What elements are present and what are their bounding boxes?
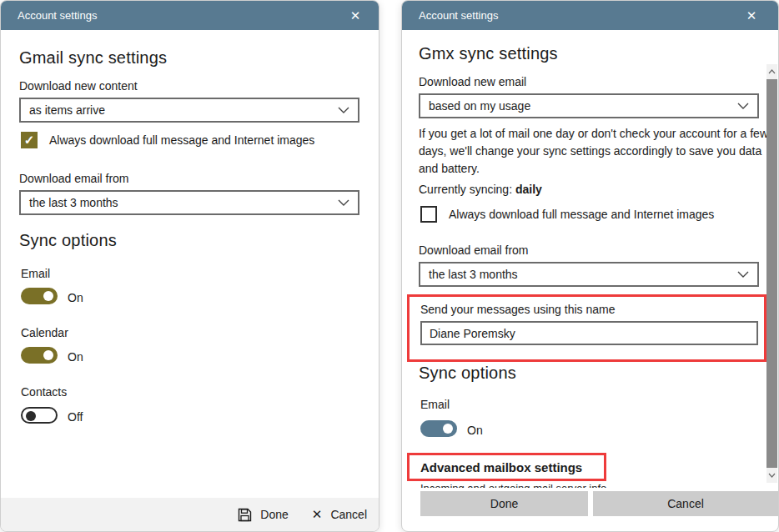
gmx-sync-settings-heading: Gmx sync settings (419, 44, 558, 63)
checkbox-checked-icon[interactable]: ✓ (21, 132, 38, 148)
contacts-toggle-state: Off (68, 410, 83, 424)
chevron-up-icon (768, 69, 776, 74)
checkbox-label: Always download full message and Interne… (449, 208, 714, 221)
account-settings-dialog-gmx: Account settings ✕ Gmx sync settings Dow… (401, 0, 779, 532)
dialog-footer: Done ✕ Cancel (1, 498, 379, 531)
full-message-checkbox-row[interactable]: ✓ Always download full message and Inter… (21, 132, 363, 148)
chevron-down-icon (737, 103, 749, 110)
send-name-label: Send your messages using this name (420, 303, 615, 316)
dropdown-value: based on my usage (429, 99, 737, 113)
email-toggle[interactable] (21, 288, 58, 304)
email-toggle-state: On (467, 424, 483, 437)
usage-note-text: If you get a lot of mail one day or don'… (419, 125, 769, 178)
cancel-button-label: Cancel (330, 508, 367, 521)
sync-options-heading: Sync options (419, 364, 516, 383)
email-toggle-label: Email (21, 267, 50, 280)
currently-syncing-text: Currently syncing: daily (419, 181, 542, 198)
download-new-email-label: Download new email (419, 75, 526, 88)
calendar-toggle[interactable] (21, 347, 58, 364)
chevron-down-icon (737, 271, 749, 279)
chevron-down-icon (338, 107, 349, 114)
download-new-email-dropdown[interactable]: based on my usage (419, 93, 759, 118)
full-message-checkbox-row[interactable]: Always download full message and Interne… (420, 206, 762, 223)
contacts-toggle-label: Contacts (21, 385, 67, 399)
download-new-content-label: Download new content (19, 79, 138, 93)
dialog-title: Account settings (1, 9, 97, 22)
calendar-toggle-state: On (68, 350, 83, 364)
checkbox-label: Always download full message and Interne… (49, 133, 314, 147)
scrollbar-up-button[interactable] (766, 64, 777, 79)
download-email-from-label: Download email from (419, 243, 529, 257)
sync-options-heading: Sync options (19, 231, 117, 250)
email-toggle-label: Email (420, 398, 450, 411)
scrollbar-down-button[interactable] (766, 468, 777, 483)
scrollbar-thumb[interactable] (766, 79, 777, 468)
cancel-button[interactable]: Cancel (593, 491, 778, 516)
download-email-from-dropdown[interactable]: the last 3 months (419, 262, 759, 287)
calendar-toggle-label: Calendar (21, 326, 68, 339)
save-icon (238, 508, 252, 522)
toggle-knob (43, 350, 53, 360)
titlebar: Account settings ✕ (1, 1, 379, 30)
done-button[interactable]: Done (420, 491, 588, 516)
download-new-content-dropdown[interactable]: as items arrive (19, 98, 359, 123)
checkbox-unchecked-icon[interactable] (420, 206, 437, 223)
dropdown-value: as items arrive (29, 103, 338, 117)
email-toggle[interactable] (420, 420, 457, 437)
cancel-icon: ✕ (312, 507, 323, 522)
chevron-down-icon (768, 473, 776, 478)
dropdown-value: the last 3 months (29, 196, 338, 209)
gmail-sync-settings-heading: Gmail sync settings (19, 48, 167, 68)
dropdown-value: the last 3 months (429, 268, 737, 281)
email-toggle-state: On (68, 291, 83, 304)
done-button[interactable]: Done (238, 508, 288, 522)
chevron-down-icon (338, 199, 349, 207)
advanced-settings-subtext-clipped: Incoming and outgoing mail server info (420, 482, 621, 488)
close-icon[interactable]: ✕ (733, 1, 770, 30)
titlebar: Account settings ✕ (402, 1, 778, 30)
dialog-title: Account settings (402, 9, 498, 22)
cancel-button[interactable]: ✕ Cancel (312, 507, 367, 522)
currently-syncing-value: daily (515, 183, 542, 196)
download-email-from-dropdown[interactable]: the last 3 months (19, 190, 359, 215)
toggle-knob (443, 424, 453, 434)
advanced-mailbox-settings-link[interactable]: Advanced mailbox settings (420, 460, 582, 474)
account-settings-dialog-gmail: Account settings ✕ Gmail sync settings D… (0, 0, 379, 532)
close-icon[interactable]: ✕ (337, 1, 374, 30)
done-button-label: Done (260, 508, 288, 521)
advanced-settings-subtext: Incoming and outgoing mail server info (420, 482, 621, 488)
contacts-toggle[interactable] (21, 407, 58, 424)
toggle-knob (26, 411, 36, 421)
scrollbar[interactable] (766, 64, 777, 483)
download-email-from-label: Download email from (19, 172, 129, 185)
currently-syncing-label: Currently syncing: (419, 183, 515, 196)
toggle-knob (43, 291, 53, 301)
send-name-input[interactable] (420, 321, 758, 345)
